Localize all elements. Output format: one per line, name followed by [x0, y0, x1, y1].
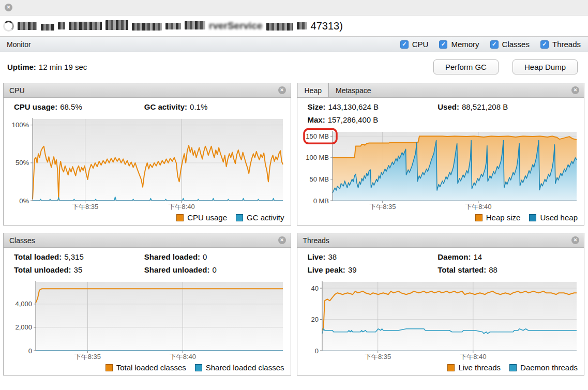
redacted-title-block — [132, 23, 162, 31]
classes-panel: Classes ✕ Total loaded:5,315 Shared load… — [3, 233, 291, 376]
legend-item: Total loaded classes — [105, 363, 186, 372]
threads-panel-header: Threads ✕ — [297, 233, 584, 248]
checkbox-checked-icon[interactable]: ✓ — [490, 40, 499, 49]
progress-spinner-icon — [3, 21, 14, 32]
legend-item: Shared loaded classes — [195, 363, 284, 372]
legend-item: Daemon threads — [509, 363, 578, 372]
total-unloaded-stat: Total unloaded:35 — [14, 263, 144, 276]
cpu-chart-legend: CPU usageGC activity — [9, 211, 285, 224]
legend-swatch-icon — [176, 214, 184, 221]
heap-size-stat: Size:143,130,624 B — [308, 100, 438, 113]
classes-panel-header: Classes ✕ — [4, 233, 291, 248]
redacted-title-block — [69, 22, 102, 30]
status-row: Uptime:12 min 19 sec Perform GC Heap Dum… — [0, 52, 588, 81]
checkbox-memory[interactable]: ✓Memory — [439, 40, 479, 49]
svg-text:4,000: 4,000 — [15, 300, 32, 308]
svg-text:0: 0 — [28, 347, 32, 355]
redacted-title-block — [297, 22, 307, 29]
monitor-toolbar: Monitor ✓CPU✓Memory✓Classes✓Threads — [0, 36, 588, 52]
cpu-stats: CPU usage:68.5% GC activity:0.1% — [9, 99, 285, 114]
checkbox-threads[interactable]: ✓Threads — [540, 40, 581, 49]
heap-panel-header: Heap Metaspace ✕ — [297, 83, 584, 98]
svg-text:下午8:35: 下午8:35 — [365, 353, 391, 361]
legend-swatch-icon — [447, 364, 455, 371]
checkbox-classes[interactable]: ✓Classes — [490, 40, 530, 49]
svg-text:下午8:35: 下午8:35 — [72, 203, 98, 211]
perform-gc-button[interactable]: Perform GC — [433, 59, 499, 74]
heap-chart-legend: Heap sizeUsed heap — [303, 211, 579, 224]
threads-panel-close-icon[interactable]: ✕ — [571, 236, 579, 244]
svg-text:50%: 50% — [16, 159, 29, 167]
redacted-title-block — [105, 20, 128, 30]
classes-panel-close-icon[interactable]: ✕ — [278, 236, 286, 244]
live-threads-stat: Live:38 — [308, 250, 438, 263]
threads-stats: Live:38 Daemon:14 Live peak:39 Total sta… — [303, 249, 579, 277]
redacted-title-block — [41, 24, 54, 31]
svg-text:20: 20 — [311, 316, 318, 323]
legend-item: Live threads — [447, 363, 501, 372]
legend-swatch-icon — [195, 364, 202, 371]
uptime-value: 12 min 19 sec — [39, 63, 87, 71]
threads-panel: Threads ✕ Live:38 Daemon:14 Live peak:39… — [297, 233, 585, 376]
checkbox-cpu[interactable]: ✓CPU — [400, 40, 429, 49]
classes-stats: Total loaded:5,315 Shared loaded:0 Total… — [9, 249, 285, 277]
threads-chart: 02040下午8:35下午8:40 — [303, 277, 579, 361]
svg-text:下午8:40: 下午8:40 — [170, 353, 196, 361]
classes-chart: 02,0004,000下午8:35下午8:40 — [9, 277, 285, 361]
heap-panel: Heap Metaspace ✕ Size:143,130,624 B Used… — [297, 83, 585, 226]
svg-text:100 MB: 100 MB — [306, 154, 329, 161]
legend-item: Used heap — [529, 213, 578, 222]
tab-heap[interactable]: Heap — [297, 83, 329, 97]
svg-text:0: 0 — [314, 347, 318, 355]
monitor-checkboxes: ✓CPU✓Memory✓Classes✓Threads — [400, 40, 581, 49]
checkbox-checked-icon[interactable]: ✓ — [540, 40, 549, 49]
legend-swatch-icon — [236, 214, 243, 221]
svg-text:下午8:35: 下午8:35 — [369, 203, 396, 211]
daemon-threads-stat: Daemon:14 — [438, 250, 579, 263]
monitor-panels-grid: CPU ✕ CPU usage:68.5% GC activity:0.1% 0… — [0, 81, 588, 376]
svg-text:0%: 0% — [19, 197, 29, 205]
svg-text:下午8:40: 下午8:40 — [168, 203, 194, 211]
legend-swatch-icon — [475, 214, 483, 221]
cpu-panel-close-icon[interactable]: ✕ — [278, 86, 286, 94]
heap-panel-close-icon[interactable]: ✕ — [571, 86, 579, 94]
svg-text:2,000: 2,000 — [15, 323, 32, 331]
svg-text:40: 40 — [311, 284, 318, 292]
monitor-label: Monitor — [7, 40, 31, 49]
legend-item: GC activity — [236, 213, 284, 222]
checkbox-checked-icon[interactable]: ✓ — [400, 40, 409, 49]
heap-max-stat: Max:157,286,400 B — [308, 113, 438, 126]
svg-text:150 MB: 150 MB — [306, 132, 329, 140]
cpu-usage-stat: CPU usage:68.5% — [14, 100, 144, 113]
svg-text:下午8:35: 下午8:35 — [74, 353, 101, 361]
redacted-title-block — [266, 23, 293, 31]
tab-metaspace[interactable]: Metaspace — [329, 83, 378, 97]
total-started-stat: Total started:88 — [438, 263, 579, 276]
heap-stats: Size:143,130,624 B Used:88,521,208 B Max… — [303, 99, 579, 127]
checkbox-checked-icon[interactable]: ✓ — [439, 40, 447, 49]
svg-text:下午8:40: 下午8:40 — [465, 203, 491, 211]
uptime-label: Uptime: — [7, 63, 36, 71]
heap-dump-button[interactable]: Heap Dump — [512, 59, 578, 74]
cpu-chart: 0%50%100%下午8:35下午8:40 — [9, 114, 285, 211]
svg-text:100%: 100% — [12, 121, 29, 129]
classes-chart-legend: Total loaded classesShared loaded classe… — [9, 361, 285, 374]
shared-unloaded-stat: Shared unloaded:0 — [144, 263, 285, 276]
svg-text:50 MB: 50 MB — [309, 175, 329, 183]
shared-loaded-stat: Shared loaded:0 — [144, 250, 285, 263]
threads-panel-title: Threads — [303, 236, 329, 245]
redacted-title-block — [18, 22, 37, 30]
svg-text:0 MB: 0 MB — [313, 197, 328, 205]
legend-swatch-icon — [509, 364, 517, 371]
redacted-title-block — [165, 23, 181, 29]
tab-close-icon[interactable]: ✕ — [5, 4, 12, 11]
total-loaded-stat: Total loaded:5,315 — [14, 250, 144, 263]
cpu-panel-title: CPU — [9, 86, 25, 95]
svg-text:下午8:40: 下午8:40 — [460, 353, 486, 361]
gc-activity-stat: GC activity:0.1% — [144, 100, 285, 113]
redacted-title-block — [185, 21, 205, 29]
heap-used-stat: Used:88,521,208 B — [438, 100, 579, 113]
legend-item: Heap size — [475, 213, 521, 222]
blurred-title-fragment: rverService — [209, 20, 263, 32]
application-title-bar: rverService 47313) — [0, 16, 588, 36]
